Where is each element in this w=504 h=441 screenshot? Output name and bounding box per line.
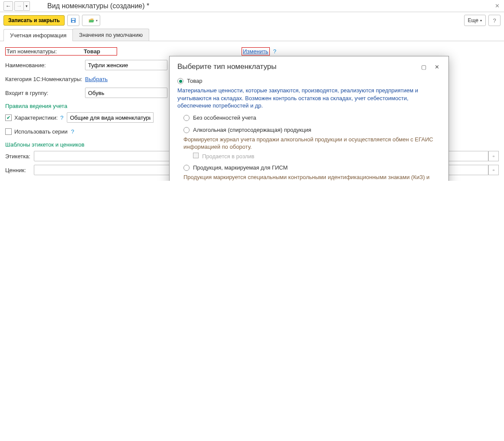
draft-checkbox bbox=[193, 153, 199, 158]
radio-alcohol-label: Алкогольная (спиртосодержащая) продукция bbox=[193, 126, 311, 134]
save-button[interactable] bbox=[67, 15, 79, 26]
gism-description: Продукция маркируется специальными контр… bbox=[183, 173, 441, 181]
save-and-close-button[interactable]: Записать и закрыть bbox=[3, 15, 65, 26]
price-tag-label: Ценник: bbox=[5, 167, 34, 173]
name-label: Наименование: bbox=[5, 62, 85, 69]
modal-title: Выберите тип номенклатуры bbox=[177, 62, 415, 71]
open-icon[interactable]: ▫ bbox=[488, 151, 499, 161]
help-icon[interactable]: ? bbox=[273, 48, 276, 55]
group-input[interactable] bbox=[85, 88, 167, 98]
type-value: Товар bbox=[84, 48, 113, 55]
group-label: Входит в группу: bbox=[5, 90, 85, 96]
select-type-modal: Выберите тип номенклатуры ▢ ✕ Товар Мате… bbox=[169, 56, 449, 181]
characteristics-label: Характеристики: bbox=[14, 114, 58, 121]
save-icon bbox=[70, 17, 76, 23]
label-label: Этикетка: bbox=[5, 153, 34, 160]
nav-forward-button[interactable]: → bbox=[14, 1, 24, 11]
radio-no-special-label: Без особенностей учета bbox=[193, 114, 256, 122]
help-button[interactable]: ? bbox=[488, 15, 501, 26]
svg-rect-2 bbox=[72, 21, 74, 23]
category-select-link[interactable]: Выбрать bbox=[85, 76, 108, 82]
tovar-description: Материальные ценности, которые закупаютс… bbox=[177, 87, 441, 110]
radio-gism-label: Продукция, маркируемая для ГИСМ bbox=[193, 164, 288, 172]
characteristics-checkbox[interactable]: ✔ bbox=[5, 114, 12, 121]
close-icon[interactable]: ✕ bbox=[433, 63, 441, 71]
tab-accounting-info[interactable]: Учетная информация bbox=[3, 29, 73, 41]
window-title: Вид номенклатуры (создание) * bbox=[47, 2, 149, 10]
radio-no-special[interactable] bbox=[183, 115, 190, 121]
category-label: Категория 1С:Номенклатуры: bbox=[5, 76, 85, 82]
use-series-checkbox[interactable] bbox=[5, 128, 12, 135]
print-dropdown-button[interactable] bbox=[82, 15, 100, 26]
nav-dropdown-button[interactable]: ▾ bbox=[24, 1, 30, 11]
nav-back-button[interactable]: ← bbox=[3, 1, 13, 11]
svg-rect-1 bbox=[72, 19, 75, 20]
radio-tovar[interactable] bbox=[177, 78, 183, 84]
radio-alcohol[interactable] bbox=[183, 127, 190, 133]
alcohol-description: Формируется журнал учета продажи алкогол… bbox=[183, 136, 441, 151]
change-type-link[interactable]: Изменить bbox=[243, 48, 268, 55]
use-series-label: Использовать серии bbox=[14, 128, 68, 135]
name-input[interactable] bbox=[85, 60, 167, 70]
folder-icon bbox=[88, 17, 94, 23]
close-icon[interactable]: ✕ bbox=[494, 3, 501, 10]
radio-tovar-label: Товар bbox=[187, 77, 202, 85]
more-button[interactable]: Еще ▾ bbox=[464, 15, 486, 26]
radio-gism[interactable] bbox=[183, 165, 190, 171]
open-icon[interactable]: ▫ bbox=[488, 165, 499, 175]
draft-label: Продается в розлив bbox=[202, 153, 255, 160]
help-icon[interactable]: ? bbox=[60, 114, 63, 121]
type-label: Тип номенклатуры: bbox=[7, 48, 84, 55]
maximize-icon[interactable]: ▢ bbox=[420, 63, 428, 71]
chevron-down-icon: ▾ bbox=[480, 19, 482, 23]
help-icon[interactable]: ? bbox=[71, 128, 74, 135]
tab-defaults[interactable]: Значения по умолчанию bbox=[72, 29, 149, 41]
characteristics-dropdown[interactable] bbox=[67, 112, 154, 123]
